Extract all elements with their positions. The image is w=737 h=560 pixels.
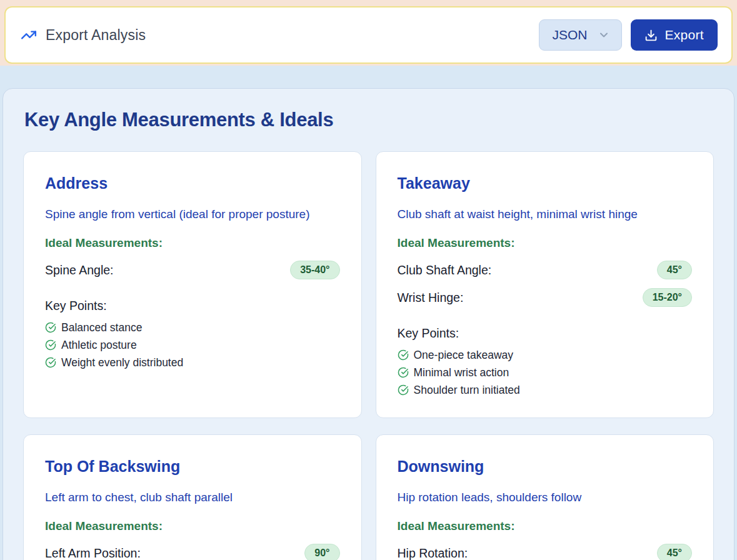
key-angle-section: Key Angle Measurements & Ideals Address … [3, 88, 734, 560]
check-circle-icon [398, 367, 409, 378]
section-title: Key Angle Measurements & Ideals [24, 109, 714, 131]
measurement-label: Wrist Hinge: [398, 291, 464, 305]
key-points-label: Key Points: [45, 299, 340, 313]
measurement-label: Spine Angle: [45, 263, 114, 278]
measurement-value-badge: 15-20° [643, 288, 692, 307]
key-point-item: Athletic posture [45, 336, 340, 354]
download-icon [644, 29, 658, 42]
key-point-text: Weight evenly distributed [61, 354, 183, 371]
measurement-row: Spine Angle: 35-40° [45, 260, 340, 280]
key-point-item: Minimal wrist action [398, 364, 693, 381]
measurement-value-badge: 45° [657, 544, 692, 560]
phase-cards-grid: Address Spine angle from vertical (ideal… [23, 151, 714, 560]
ideal-measurements-label: Ideal Measurements: [45, 519, 340, 533]
check-circle-icon [45, 339, 56, 351]
key-point-text: One-piece takeaway [414, 346, 514, 364]
phase-card-takeaway: Takeaway Club shaft at waist height, min… [376, 151, 714, 418]
check-circle-icon [45, 322, 56, 333]
phase-card-downswing: Downswing Hip rotation leads, shoulders … [376, 434, 714, 560]
phase-description: Spine angle from vertical (ideal for pro… [45, 208, 340, 221]
phase-title: Top Of Backswing [45, 458, 340, 476]
measurement-label: Left Arm Position: [45, 546, 141, 560]
measurement-row: Hip Rotation: 45° [398, 543, 693, 560]
chevron-down-icon [598, 29, 610, 41]
ideal-measurements-label: Ideal Measurements: [398, 519, 693, 533]
top-peach-zone: Export Analysis JSON Export [0, 0, 737, 66]
ideal-measurements-label: Ideal Measurements: [398, 236, 693, 250]
key-point-text: Shoulder turn initiated [414, 381, 520, 399]
check-circle-icon [398, 384, 409, 396]
measurement-row: Left Arm Position: 90° [45, 543, 340, 560]
trending-up-icon [21, 27, 37, 43]
export-analysis-panel: Export Analysis JSON Export [4, 6, 733, 64]
measurement-row: Wrist Hinge: 15-20° [398, 288, 693, 308]
check-circle-icon [45, 357, 56, 368]
key-point-text: Balanced stance [61, 319, 142, 336]
ideal-measurements-label: Ideal Measurements: [45, 236, 340, 250]
measurement-value-badge: 90° [304, 544, 339, 560]
measurement-row: Club Shaft Angle: 45° [398, 260, 693, 280]
phase-description: Left arm to chest, club shaft parallel [45, 491, 340, 504]
phase-card-address: Address Spine angle from vertical (ideal… [23, 151, 362, 418]
format-select-value: JSON [552, 28, 587, 42]
measurement-value-badge: 35-40° [290, 261, 339, 279]
key-point-item: One-piece takeaway [398, 346, 693, 364]
key-point-item: Shoulder turn initiated [398, 381, 693, 399]
export-panel-header: Export Analysis [21, 27, 146, 44]
export-button[interactable]: Export [631, 19, 718, 51]
measurement-label: Hip Rotation: [398, 546, 468, 560]
format-select[interactable]: JSON [539, 19, 621, 51]
phase-title: Address [45, 174, 340, 192]
export-button-label: Export [665, 28, 704, 42]
check-circle-icon [398, 349, 409, 361]
measurement-label: Club Shaft Angle: [398, 263, 492, 278]
key-point-text: Athletic posture [61, 336, 137, 354]
key-point-item: Balanced stance [45, 319, 340, 336]
export-controls: JSON Export [539, 19, 718, 51]
measurement-value-badge: 45° [657, 261, 692, 279]
key-points-label: Key Points: [398, 326, 693, 341]
phase-description: Club shaft at waist height, minimal wris… [398, 208, 693, 221]
phase-card-top-of-backswing: Top Of Backswing Left arm to chest, club… [23, 434, 362, 560]
key-point-item: Weight evenly distributed [45, 354, 340, 371]
phase-title: Takeaway [398, 174, 693, 192]
phase-title: Downswing [398, 458, 693, 476]
export-panel-title: Export Analysis [46, 27, 146, 44]
phase-description: Hip rotation leads, shoulders follow [398, 491, 693, 504]
key-point-text: Minimal wrist action [414, 364, 509, 381]
